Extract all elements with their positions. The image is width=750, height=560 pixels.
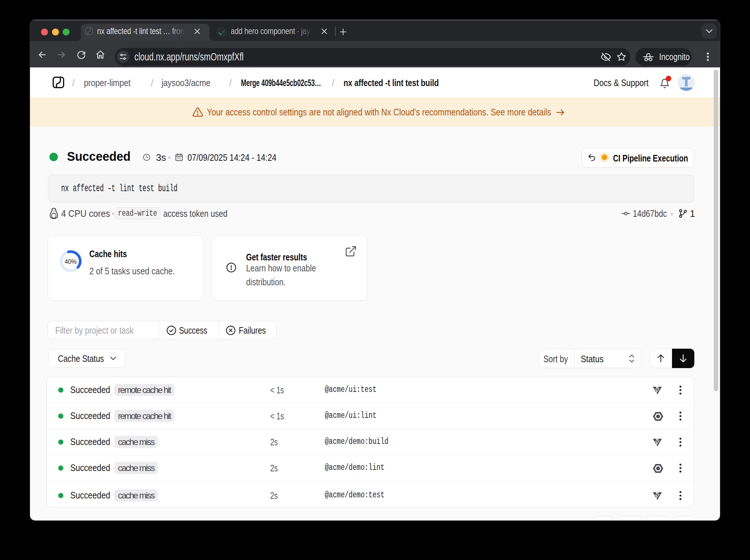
- svg-text:40%: 40%: [64, 258, 77, 265]
